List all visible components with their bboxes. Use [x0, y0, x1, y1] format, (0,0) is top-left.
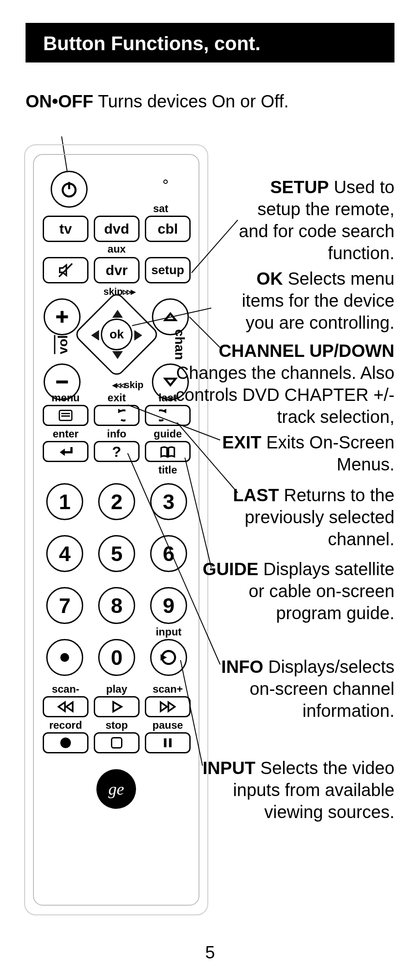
dpad-down-icon	[112, 351, 123, 359]
info-description: INFO Displays/selects on-screen channel …	[210, 656, 394, 722]
info-label: info	[94, 428, 140, 440]
dpad-up-icon	[112, 310, 123, 318]
onoff-description: ON•OFF Turns devices On or Off.	[26, 90, 289, 113]
mute-button	[43, 257, 88, 283]
guide-label: guide	[145, 428, 191, 440]
remote-diagram: sat tv dvd cbl aux dvr setup skip▹▹▸ ok …	[24, 144, 208, 915]
led-indicator	[163, 180, 168, 184]
stop-label: stop	[94, 719, 140, 731]
stop-button	[94, 732, 140, 753]
guide-description: GUIDE Displays satellite or cable on-scr…	[201, 558, 394, 624]
ok-button: ok	[101, 319, 133, 350]
page-number: 5	[0, 943, 420, 962]
aux-label: aux	[101, 243, 132, 255]
tv-button: tv	[43, 216, 88, 242]
vol-up-button	[44, 298, 81, 335]
scan-minus-label: scan-	[43, 683, 88, 695]
play-button	[94, 696, 140, 717]
setup-button: setup	[145, 257, 191, 283]
menu-button	[43, 405, 88, 426]
section-header: Button Functions, cont.	[26, 23, 394, 62]
dot-button	[46, 639, 83, 676]
num-2-button: 2	[98, 483, 135, 520]
scan-minus-button	[43, 696, 88, 717]
play-label: play	[94, 683, 140, 695]
num-9-button: 9	[150, 587, 187, 624]
num-6-button: 6	[150, 535, 187, 572]
svg-rect-11	[164, 738, 166, 747]
num-0-button: 0	[98, 639, 135, 676]
num-8-button: 8	[98, 587, 135, 624]
svg-rect-12	[169, 738, 172, 747]
num-5-button: 5	[98, 535, 135, 572]
chan-description: CHANNEL UP/DOWN Changes the channels. Al…	[174, 340, 394, 428]
record-button	[43, 732, 88, 753]
power-button	[51, 171, 88, 208]
dvd-button: dvd	[94, 216, 140, 242]
pause-button	[145, 732, 191, 753]
num-3-button: 3	[150, 483, 187, 520]
ok-description: OK Selects menu items for the device you…	[214, 268, 394, 334]
sat-label: sat	[147, 202, 174, 215]
num-7-button: 7	[46, 587, 83, 624]
dpad-left-icon	[91, 330, 99, 341]
enter-button	[43, 441, 88, 462]
exit-label: exit	[94, 392, 140, 404]
enter-label: enter	[43, 428, 88, 440]
scan-plus-button	[145, 696, 191, 717]
input-button	[150, 639, 187, 676]
exit-button	[94, 405, 140, 426]
ge-logo: ge	[96, 769, 136, 809]
record-label: record	[43, 719, 88, 731]
skip-back-label: ◂◃◃skip	[112, 379, 144, 391]
vol-label: vol	[55, 335, 70, 354]
title-label: title	[145, 464, 191, 476]
exit-description: EXIT Exits On-Screen Menus.	[214, 431, 394, 475]
guide-button	[145, 441, 191, 462]
pause-label: pause	[145, 719, 191, 731]
setup-description: SETUP Used to setup the remote, and for …	[227, 176, 394, 264]
input-label: input	[150, 626, 187, 638]
info-button: ?	[94, 441, 140, 462]
menu-label: menu	[43, 392, 88, 404]
num-4-button: 4	[46, 535, 83, 572]
last-description: LAST Returns to the previously selected …	[232, 484, 394, 550]
input-description: INPUT Selects the video inputs from avai…	[196, 757, 394, 823]
scan-plus-label: scan+	[145, 683, 191, 695]
cbl-button: cbl	[145, 216, 191, 242]
num-1-button: 1	[46, 483, 83, 520]
dvr-button: dvr	[94, 257, 140, 283]
dpad-right-icon	[134, 330, 142, 341]
